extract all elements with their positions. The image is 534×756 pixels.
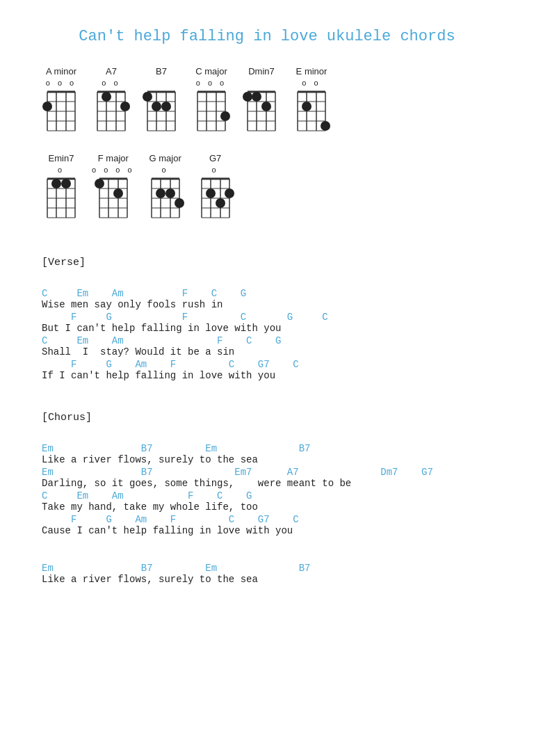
verse-lyrics-1: Wise men say only fools rush in — [42, 299, 492, 310]
verse-chords-3: C Em Am F C G — [42, 335, 492, 346]
svg-point-109 — [225, 188, 234, 198]
chorus-line-2: Em B7 Em7 A7 Dm7 G7 Darling, so it goes,… — [42, 467, 492, 489]
verse-lyrics-3: Shall I stay? Would it be a sin — [42, 346, 492, 357]
verse-line-4: F G Am F C G7 C If I can't help falling … — [42, 359, 492, 381]
chorus-lyrics-2: Darling, so it goes, some things, were m… — [42, 478, 492, 489]
chord-gmajor: G major o — [146, 153, 185, 220]
verse-chords-1: C Em Am F C G — [42, 288, 492, 299]
repeat-lyrics-1: Like a river flows, surely to the sea — [42, 574, 492, 585]
verse-line-2: F G F C G C But I can't help falling in … — [42, 312, 492, 334]
chorus-lyrics-4: Cause I can't help falling in love with … — [42, 525, 492, 536]
chorus-lyrics-3: Take my hand, take my whole life, too — [42, 501, 492, 513]
chord-dmin7: Dmin7 — [242, 66, 281, 134]
verse-chords-4: F G Am F C G7 C — [42, 359, 492, 370]
chord-aminor: A minor o o o — [42, 66, 81, 134]
chorus-line-3: C Em Am F C G Take my hand, take my whol… — [42, 490, 492, 513]
svg-point-111 — [216, 198, 225, 208]
page-title: Can't help falling in love ukulele chord… — [42, 28, 492, 45]
svg-point-99 — [175, 198, 184, 208]
svg-point-87 — [113, 188, 123, 198]
verse-label: [Verse] — [42, 257, 492, 268]
svg-point-97 — [156, 188, 165, 198]
svg-point-9 — [42, 102, 52, 111]
chorus-chords-1: Em B7 Em B7 — [42, 443, 492, 454]
verse-line-1: C Em Am F C G Wise men say only fools ru… — [42, 288, 492, 310]
svg-point-32 — [161, 102, 171, 111]
repeat-chords-1: Em B7 Em B7 — [42, 563, 492, 574]
svg-point-86 — [95, 179, 104, 188]
chorus-label: [Chorus] — [42, 412, 492, 424]
svg-point-75 — [51, 179, 61, 188]
svg-point-31 — [152, 102, 161, 111]
chord-g7: G7 o — [196, 153, 235, 220]
svg-point-19 — [102, 92, 111, 102]
verse-section: [Verse] C Em Am F C G Wise men say only … — [42, 257, 492, 381]
repeat-line-1: Em B7 Em B7 Like a river flows, surely t… — [42, 563, 492, 585]
chord-cmajor: C major o o o — [192, 66, 231, 134]
verse-chords-2: F G F C G C — [42, 312, 492, 323]
svg-point-64 — [302, 102, 312, 111]
verse-lyrics-4: If I can't help falling in love with you — [42, 370, 492, 381]
svg-point-98 — [165, 188, 175, 198]
chorus-chords-2: Em B7 Em7 A7 Dm7 G7 — [42, 467, 492, 478]
verse-line-3: C Em Am F C G Shall I stay? Would it be … — [42, 335, 492, 357]
chord-eminor: E minor o o — [292, 66, 331, 134]
svg-point-110 — [206, 188, 216, 198]
chord-diagrams: A minor o o o A7 o o — [42, 66, 492, 134]
chord-b7: B7 — [142, 66, 181, 134]
chorus-line-4: F G Am F C G7 C Cause I can't help falli… — [42, 514, 492, 536]
svg-point-42 — [220, 111, 230, 121]
chord-fmajor: F major o o o o — [92, 153, 135, 220]
chorus-chords-3: C Em Am F C G — [42, 490, 492, 501]
svg-point-52 — [243, 92, 252, 102]
chord-a7: A7 o o — [92, 66, 131, 134]
svg-point-30 — [143, 92, 152, 102]
chorus-chords-4: F G Am F C G7 C — [42, 514, 492, 525]
svg-point-20 — [120, 102, 130, 111]
svg-point-76 — [61, 179, 71, 188]
repeat-section: Em B7 Em B7 Like a river flows, surely t… — [42, 563, 492, 585]
chorus-lyrics-1: Like a river flows, surely to the sea — [42, 454, 492, 465]
svg-point-53 — [252, 92, 261, 102]
svg-point-54 — [261, 102, 271, 111]
svg-point-65 — [321, 121, 330, 131]
chorus-line-1: Em B7 Em B7 Like a river flows, surely t… — [42, 443, 492, 465]
chord-emin7: Emin7 o — [42, 153, 81, 220]
verse-lyrics-2: But I can't help falling in love with yo… — [42, 323, 492, 334]
chorus-section: [Chorus] Em B7 Em B7 Like a river flows,… — [42, 412, 492, 536]
chord-diagrams-row2: Emin7 o F major o o o o — [42, 153, 492, 220]
